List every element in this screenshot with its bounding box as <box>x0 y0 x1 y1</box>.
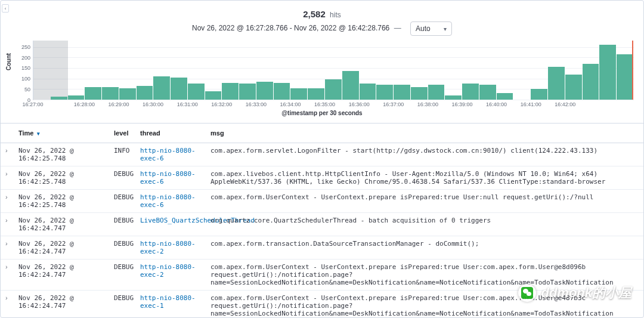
bar[interactable] <box>445 95 462 100</box>
cell-time: Nov 26, 2022 @ 16:42:24.747 <box>14 236 109 260</box>
x-axis-ticks: 16:27:0016:28:0016:29:0016:30:0016:31:00… <box>33 100 634 109</box>
cell-thread: http-nio-8080-exec-6 <box>135 190 206 213</box>
bar[interactable] <box>290 88 307 100</box>
x-tick: 16:40:00 <box>486 101 507 107</box>
dash: — <box>394 24 401 32</box>
bar[interactable] <box>428 85 445 100</box>
bar[interactable] <box>274 83 290 100</box>
table-row[interactable]: ›Nov 26, 2022 @ 16:42:24.747DEBUGhttp-ni… <box>1 236 643 260</box>
bar[interactable] <box>222 83 239 100</box>
x-tick: 16:30:00 <box>143 101 163 107</box>
table-header: Time ▾ level thread msg <box>1 124 643 143</box>
table-row[interactable]: ›Nov 26, 2022 @ 16:42:25.748DEBUGhttp-ni… <box>1 190 643 213</box>
table-row[interactable]: ›Nov 26, 2022 @ 16:42:25.748INFOhttp-nio… <box>1 143 643 166</box>
cell-msg: com.apex.form.transaction.DataSourceTran… <box>206 236 643 260</box>
hits-header: 2,582 hits Nov 26, 2022 @ 16:27:28.766 -… <box>1 1 643 36</box>
expand-toggle[interactable]: › <box>1 166 14 190</box>
bar[interactable] <box>479 85 496 100</box>
cell-time: Nov 26, 2022 @ 16:42:25.748 <box>14 166 109 190</box>
bar[interactable] <box>565 75 582 100</box>
cell-time: Nov 26, 2022 @ 16:42:25.748 <box>14 190 109 213</box>
bar[interactable] <box>102 87 119 100</box>
col-thread[interactable]: thread <box>135 124 206 143</box>
bar[interactable] <box>462 84 479 100</box>
bar[interactable] <box>394 85 410 100</box>
expand-toggle[interactable]: › <box>1 236 14 260</box>
cell-time: Nov 26, 2022 @ 16:42:24.747 <box>14 260 109 291</box>
cell-time: Nov 26, 2022 @ 16:42:24.747 <box>14 291 109 319</box>
bar[interactable] <box>153 76 170 100</box>
bar[interactable] <box>239 84 256 100</box>
documents-table-wrap: Time ▾ level thread msg ›Nov 26, 2022 @ … <box>1 123 643 318</box>
plot-area[interactable] <box>33 41 634 100</box>
expand-toggle[interactable]: › <box>1 291 14 319</box>
bar[interactable] <box>325 79 342 100</box>
x-tick: 16:32:00 <box>211 101 232 107</box>
cell-msg: org.quartz.core.QuartzSchedulerThread - … <box>206 213 643 236</box>
cell-level: DEBUG <box>109 236 135 260</box>
bar[interactable] <box>548 67 565 100</box>
expand-toggle[interactable]: › <box>1 213 14 236</box>
cell-msg: com.apex.form.UserContext - UserContext.… <box>206 291 643 319</box>
bar[interactable] <box>376 85 393 100</box>
y-tick: 50 <box>13 87 30 92</box>
bar[interactable] <box>531 89 547 100</box>
table-body: ›Nov 26, 2022 @ 16:42:25.748INFOhttp-nio… <box>1 143 643 319</box>
bar[interactable] <box>617 54 633 100</box>
bar[interactable] <box>137 86 153 100</box>
bar[interactable] <box>188 84 205 100</box>
expand-toggle[interactable]: › <box>1 260 14 291</box>
bar[interactable] <box>51 97 67 100</box>
bar[interactable] <box>119 88 136 100</box>
table-row[interactable]: ›Nov 26, 2022 @ 16:42:24.747DEBUGhttp-ni… <box>1 291 643 319</box>
table-row[interactable]: ›Nov 26, 2022 @ 16:42:24.747DEBUGLiveBOS… <box>1 213 643 236</box>
cell-thread: http-nio-8080-exec-6 <box>135 166 206 190</box>
y-tick: 200 <box>13 55 30 61</box>
x-tick: 16:34:00 <box>280 101 301 107</box>
bar[interactable] <box>85 87 101 100</box>
y-tick: 250 <box>13 44 30 50</box>
cell-msg: com.apex.form.UserContext - UserContext.… <box>206 260 643 291</box>
col-msg[interactable]: msg <box>206 124 643 143</box>
cell-thread: http-nio-8080-exec-6 <box>135 143 206 166</box>
time-range-from: Nov 26, 2022 @ 16:27:28.766 <box>192 24 287 32</box>
bar[interactable] <box>497 93 513 100</box>
col-time[interactable]: Time ▾ <box>14 124 109 143</box>
x-tick: 16:33:00 <box>246 101 267 107</box>
col-expand <box>1 124 14 143</box>
bar[interactable] <box>360 84 376 100</box>
table-row[interactable]: ›Nov 26, 2022 @ 16:42:24.747DEBUGhttp-ni… <box>1 260 643 291</box>
bar[interactable] <box>342 71 359 100</box>
bar[interactable] <box>205 91 222 100</box>
x-axis-title: @timestamp per 30 seconds <box>7 110 637 116</box>
col-level[interactable]: level <box>109 124 135 143</box>
bar[interactable] <box>411 87 428 100</box>
cell-time: Nov 26, 2022 @ 16:42:24.747 <box>14 213 109 236</box>
bar[interactable] <box>171 78 187 100</box>
cell-level: DEBUG <box>109 291 135 319</box>
x-tick: 16:29:00 <box>108 101 129 107</box>
bar[interactable] <box>308 88 324 100</box>
x-tick: 16:39:00 <box>451 101 472 107</box>
interval-select-value: Auto <box>416 24 431 33</box>
bar[interactable] <box>583 64 599 100</box>
y-tick: 150 <box>13 65 30 71</box>
expand-toggle[interactable]: › <box>1 143 14 166</box>
time-range-to: Nov 26, 2022 @ 16:42:28.766 <box>294 24 389 32</box>
cell-thread: http-nio-8080-exec-1 <box>135 291 206 319</box>
sort-desc-icon: ▾ <box>37 131 40 137</box>
bar[interactable] <box>599 45 616 100</box>
bar[interactable] <box>256 82 273 100</box>
bar[interactable] <box>68 95 85 100</box>
collapse-sidebar-button[interactable]: ‹ <box>2 4 9 13</box>
cell-thread: http-nio-8080-exec-2 <box>135 260 206 291</box>
cell-level: DEBUG <box>109 190 135 213</box>
histogram-chart[interactable]: Count 050100150200250 16:27:0016:28:0016… <box>7 41 637 118</box>
expand-toggle[interactable]: › <box>1 190 14 213</box>
cell-time: Nov 26, 2022 @ 16:42:25.748 <box>14 143 109 166</box>
interval-select[interactable]: Auto ▾ <box>410 21 452 36</box>
hits-count: 2,582 <box>303 9 326 19</box>
x-tick: 16:42:00 <box>555 101 575 107</box>
table-row[interactable]: ›Nov 26, 2022 @ 16:42:25.748DEBUGhttp-ni… <box>1 166 643 190</box>
x-tick: 16:35:00 <box>314 101 335 107</box>
